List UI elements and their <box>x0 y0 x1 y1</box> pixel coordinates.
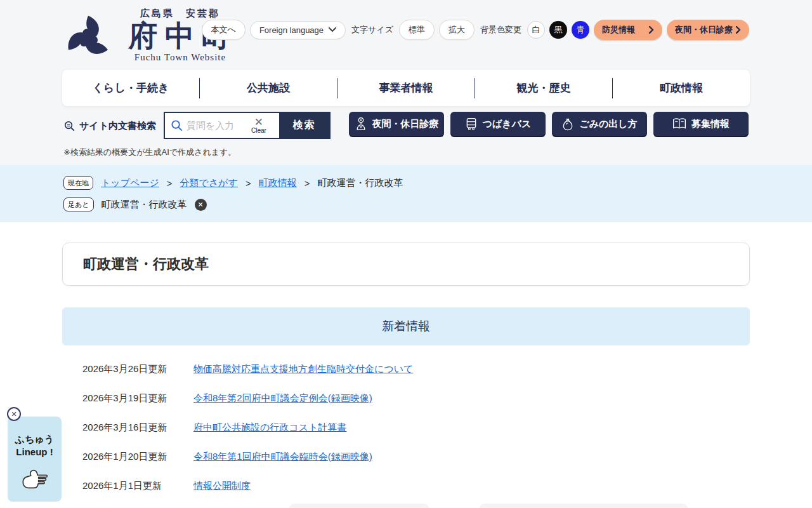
nav-item-sightseeing-history[interactable]: 観光・歴史 <box>475 81 612 95</box>
news-row: 2026年3月16日更新 府中町公共施設の行政コスト計算書 <box>62 413 750 442</box>
site-subtitle: Fuchu Town Website <box>134 52 226 63</box>
disaster-info-button[interactable]: 防災情報 <box>594 20 662 40</box>
town-emblem-icon <box>63 11 113 64</box>
font-size-label: 文字サイズ <box>351 24 393 36</box>
chevron-down-icon <box>329 27 336 32</box>
font-size-standard-button[interactable]: 標準 <box>399 20 435 40</box>
quick-recruitment-info-button[interactable]: 募集情報 <box>653 112 749 136</box>
news-row: 2026年3月19日更新 令和8年第2回府中町議会定例会(録画映像) <box>62 384 750 413</box>
below-fold-card-edge <box>479 504 688 508</box>
news-date: 2026年3月19日更新 <box>82 392 193 404</box>
nav-item-kurashi[interactable]: くらし・手続き <box>62 81 199 95</box>
quick-links: 夜間・休日診療 つばきバス ごみの出し方 募集情報 <box>349 112 749 136</box>
breadcrumb-separator: > <box>246 178 251 189</box>
breadcrumb-current-page: 町政運営・行政改革 <box>317 177 403 189</box>
chevron-right-icon <box>736 26 741 34</box>
news-list: 2026年3月26日更新 物価高騰対応重点支援地方創生臨時交付金について 202… <box>62 354 750 500</box>
page: 広島県 安芸郡 府中町 Fuchu Town Website 本文へ Forei… <box>0 0 812 508</box>
prefecture-district-label: 広島県 安芸郡 <box>140 8 220 20</box>
global-nav: くらし・手続き 公共施設 事業者情報 観光・歴史 町政情報 <box>62 70 750 106</box>
news-date: 2026年1月1日更新 <box>82 480 193 492</box>
news-link[interactable]: 情報公開制度 <box>193 480 251 492</box>
foreign-language-label: Foreign language <box>259 25 324 35</box>
breadcrumb-link-category[interactable]: 分類でさがす <box>180 177 238 189</box>
page-title: 町政運営・行政改革 <box>83 255 209 274</box>
chevron-right-icon <box>649 26 654 34</box>
pointing-hand-icon <box>20 467 49 491</box>
news-link[interactable]: 令和8年第1回府中町議会臨時会(録画映像) <box>193 451 372 463</box>
breadcrumb-separator: > <box>167 178 173 189</box>
footprint-badge: 足あと <box>63 197 94 211</box>
open-book-icon <box>672 117 686 130</box>
clinic-person-icon <box>355 117 367 131</box>
search-icon <box>171 119 183 131</box>
search-input-area: ✕ Clear <box>165 113 279 138</box>
background-color-label: 背景色変更 <box>480 24 521 36</box>
footprint-row: 足あと 町政運営・行政改革 ✕ <box>63 197 207 211</box>
news-date: 2026年3月26日更新 <box>82 363 193 375</box>
quick-night-holiday-clinic-button[interactable]: 夜間・休日診療 <box>349 112 444 136</box>
current-location-badge: 現在地 <box>63 176 93 190</box>
site-search-box: ✕ Clear 検索 <box>164 112 331 139</box>
footprint-item[interactable]: 町政運営・行政改革 <box>102 199 187 211</box>
quick-tsubaki-bus-button[interactable]: つばきバス <box>450 112 546 136</box>
breadcrumb-separator: > <box>304 178 310 189</box>
disaster-info-label: 防災情報 <box>602 24 635 36</box>
quick-garbage-rules-button[interactable]: ごみの出し方 <box>552 112 647 136</box>
search-clear-button[interactable]: ✕ Clear <box>251 117 266 134</box>
skip-to-content-button[interactable]: 本文へ <box>202 20 246 40</box>
news-row: 2026年1月1日更新 情報公開制度 <box>62 471 750 500</box>
news-row: 2026年1月20日更新 令和8年第1回府中町議会臨時会(録画映像) <box>62 442 750 471</box>
page-title-box: 町政運営・行政改革 <box>62 243 750 286</box>
lineup-line1: ふちゅう <box>8 433 62 446</box>
garbage-bag-icon <box>561 117 574 131</box>
nav-item-public-facilities[interactable]: 公共施設 <box>200 81 337 95</box>
night-holiday-clinic-label: 夜間・休日診療 <box>675 24 733 36</box>
bg-white-button[interactable]: 白 <box>527 21 545 39</box>
breadcrumb-link-town-gov[interactable]: 町政情報 <box>259 177 297 189</box>
fuchu-lineup-banner[interactable]: ふちゅう Lineup ! <box>8 417 62 502</box>
news-date: 2026年1月20日更新 <box>82 451 193 463</box>
breadcrumb-link-top[interactable]: トップページ <box>101 177 159 189</box>
night-holiday-clinic-button[interactable]: 夜間・休日診療 <box>667 20 749 40</box>
search-submit-button[interactable]: 検索 <box>279 113 329 138</box>
font-size-large-button[interactable]: 拡大 <box>439 20 475 40</box>
clear-x-icon: ✕ <box>254 117 263 128</box>
news-section-heading: 新着情報 <box>62 307 750 345</box>
news-date: 2026年3月16日更新 <box>82 422 193 434</box>
breadcrumb-band <box>0 165 812 222</box>
clear-label: Clear <box>251 128 266 134</box>
nav-item-town-government[interactable]: 町政情報 <box>613 81 750 95</box>
quick-recruitment-info-label: 募集情報 <box>691 118 730 130</box>
foreign-language-select[interactable]: Foreign language <box>250 21 346 39</box>
site-search-label: サイト内文書検索 <box>63 120 156 132</box>
lineup-close-button[interactable]: ✕ <box>7 407 21 421</box>
search-ai-note: ※検索結果の概要文が生成AIで作成されます。 <box>63 147 236 158</box>
quick-garbage-rules-label: ごみの出し方 <box>579 118 637 130</box>
lineup-line2: Lineup ! <box>8 446 62 458</box>
footprint-remove-icon[interactable]: ✕ <box>195 199 207 211</box>
search-input[interactable] <box>187 120 247 131</box>
document-search-icon <box>63 120 75 132</box>
news-row: 2026年3月26日更新 物価高騰対応重点支援地方創生臨時交付金について <box>62 354 750 384</box>
bus-icon <box>465 117 478 131</box>
breadcrumb: 現在地 トップページ > 分類でさがす > 町政情報 > 町政運営・行政改革 <box>63 176 403 190</box>
nav-item-business-info[interactable]: 事業者情報 <box>337 81 475 95</box>
news-link[interactable]: 物価高騰対応重点支援地方創生臨時交付金について <box>193 363 413 375</box>
news-link[interactable]: 府中町公共施設の行政コスト計算書 <box>193 422 346 434</box>
news-link[interactable]: 令和8年第2回府中町議会定例会(録画映像) <box>193 392 372 404</box>
bg-blue-button[interactable]: 青 <box>572 21 589 39</box>
bg-black-button[interactable]: 黒 <box>549 21 567 39</box>
quick-tsubaki-bus-label: つばきバス <box>483 118 532 130</box>
below-fold-card-edge <box>289 504 429 508</box>
site-search-label-text: サイト内文書検索 <box>79 120 156 132</box>
quick-night-holiday-clinic-label: 夜間・休日診療 <box>372 118 439 130</box>
utility-bar: 本文へ Foreign language 文字サイズ 標準 拡大 背景色変更 白… <box>202 20 749 40</box>
